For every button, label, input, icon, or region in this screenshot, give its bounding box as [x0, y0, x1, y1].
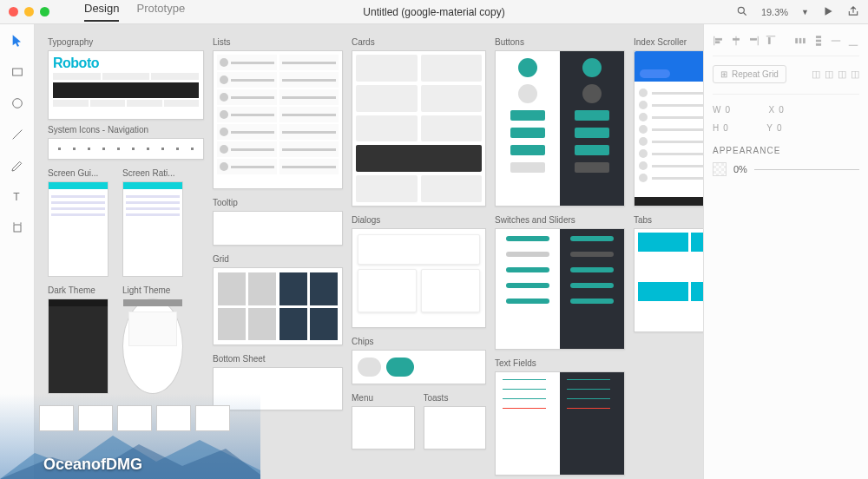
- chip-gray: [358, 358, 381, 377]
- artboard-dark-theme[interactable]: [48, 299, 108, 394]
- play-icon[interactable]: [822, 5, 834, 19]
- svg-rect-14: [733, 38, 740, 40]
- titlebar: Design Prototype Untitled (google-materi…: [0, 0, 868, 24]
- rectangle-tool[interactable]: [10, 64, 25, 80]
- grid-icon: ⊞: [720, 69, 727, 79]
- roboto-text: Roboto: [53, 56, 199, 71]
- minimize-window[interactable]: [24, 7, 34, 16]
- document-title: Untitled (google-material copy): [363, 6, 504, 18]
- svg-text:T: T: [13, 191, 20, 203]
- opacity-value[interactable]: 0%: [733, 164, 747, 174]
- window-controls: [9, 7, 49, 16]
- opacity-swatch[interactable]: [713, 162, 727, 176]
- pathfinder-exclude-icon[interactable]: ◫: [851, 69, 859, 80]
- artboard-toasts[interactable]: Toasts: [424, 393, 487, 449]
- tab-design[interactable]: Design: [84, 2, 119, 22]
- svg-rect-23: [816, 40, 820, 42]
- artboard-chips[interactable]: Chips: [352, 337, 486, 384]
- share-icon[interactable]: [847, 5, 859, 19]
- artboard-buttons[interactable]: Buttons: [495, 37, 625, 207]
- repeat-grid-button[interactable]: ⊞Repeat Grid: [713, 65, 786, 83]
- pathfinder-intersect-icon[interactable]: ◫: [838, 69, 846, 80]
- properties-panel: ⊞Repeat Grid ◫ ◫ ◫ ◫ W0 X0 H0 Y0 APPEARA…: [703, 24, 868, 479]
- artboard-cards[interactable]: Cards: [352, 37, 486, 207]
- left-toolbar: T: [0, 24, 35, 479]
- pathfinder-subtract-icon[interactable]: ◫: [825, 69, 833, 80]
- artboard-bottom-sheet[interactable]: Bottom Sheet: [213, 354, 343, 410]
- svg-point-4: [12, 99, 22, 108]
- artboard-typography[interactable]: Typography Roboto: [48, 37, 204, 120]
- artboard-tool[interactable]: [10, 220, 25, 236]
- artboard-system-icons[interactable]: System Icons - Navigation: [48, 125, 204, 160]
- align-left-icon[interactable]: [713, 33, 725, 49]
- artboard-light-theme[interactable]: [122, 299, 183, 394]
- artboard-tabs[interactable]: Tabs: [634, 215, 703, 332]
- artboard-screen-gui[interactable]: [48, 181, 108, 277]
- ellipse-tool[interactable]: [10, 95, 25, 111]
- artboard-grid[interactable]: Grid: [213, 254, 343, 345]
- svg-rect-18: [769, 38, 771, 44]
- svg-rect-19: [796, 38, 798, 43]
- height-input[interactable]: 0: [723, 123, 749, 133]
- align-top-icon[interactable]: [765, 33, 777, 49]
- align-center-h-icon[interactable]: [730, 33, 742, 49]
- svg-line-5: [12, 130, 22, 140]
- artboard-tooltip[interactable]: Tooltip: [213, 198, 343, 246]
- align-bottom-icon[interactable]: [847, 33, 859, 49]
- align-right-icon[interactable]: [747, 33, 760, 49]
- align-middle-icon[interactable]: [830, 33, 842, 49]
- svg-rect-11: [716, 38, 722, 40]
- artboard-screen-ratio[interactable]: [122, 181, 183, 277]
- search-icon[interactable]: [736, 5, 748, 19]
- width-input[interactable]: 0: [725, 105, 751, 115]
- svg-rect-12: [716, 42, 720, 43]
- artboard-lists[interactable]: Lists: [213, 37, 343, 189]
- select-tool[interactable]: [10, 33, 25, 49]
- close-window[interactable]: [9, 7, 18, 16]
- x-input[interactable]: 0: [779, 105, 805, 115]
- artboard-dialogs[interactable]: Dialogs: [352, 215, 486, 328]
- svg-rect-3: [12, 69, 22, 75]
- tab-prototype[interactable]: Prototype: [136, 2, 185, 22]
- svg-rect-24: [816, 44, 820, 46]
- zoom-level[interactable]: 19.3%: [761, 7, 788, 17]
- pathfinder-add-icon[interactable]: ◫: [812, 69, 820, 80]
- artboard-switches[interactable]: Switches and Sliders: [495, 215, 625, 350]
- svg-rect-16: [751, 38, 757, 40]
- text-tool[interactable]: T: [10, 189, 25, 205]
- svg-rect-20: [800, 38, 802, 43]
- distribute-v-icon[interactable]: [812, 33, 825, 49]
- distribute-h-icon[interactable]: [794, 33, 806, 49]
- svg-marker-2: [825, 7, 832, 15]
- artboard-text-fields[interactable]: Text Fields: [495, 358, 625, 476]
- svg-rect-22: [816, 36, 820, 38]
- appearance-label: APPEARANCE: [713, 146, 859, 155]
- svg-rect-7: [14, 225, 21, 232]
- svg-point-0: [738, 7, 744, 13]
- maximize-window[interactable]: [40, 7, 49, 16]
- line-tool[interactable]: [10, 127, 25, 142]
- svg-line-1: [744, 12, 746, 15]
- artboard-index-scroller[interactable]: Index Scroller: [634, 37, 703, 207]
- svg-rect-21: [804, 38, 806, 43]
- canvas[interactable]: Typography Roboto System Icons - Navigat…: [35, 24, 703, 479]
- chip-teal: [386, 358, 414, 377]
- y-input[interactable]: 0: [777, 123, 803, 133]
- mode-tabs: Design Prototype: [84, 2, 185, 22]
- pen-tool[interactable]: [10, 158, 25, 174]
- opacity-slider[interactable]: [754, 169, 859, 170]
- artboard-menu[interactable]: Menu: [352, 393, 415, 449]
